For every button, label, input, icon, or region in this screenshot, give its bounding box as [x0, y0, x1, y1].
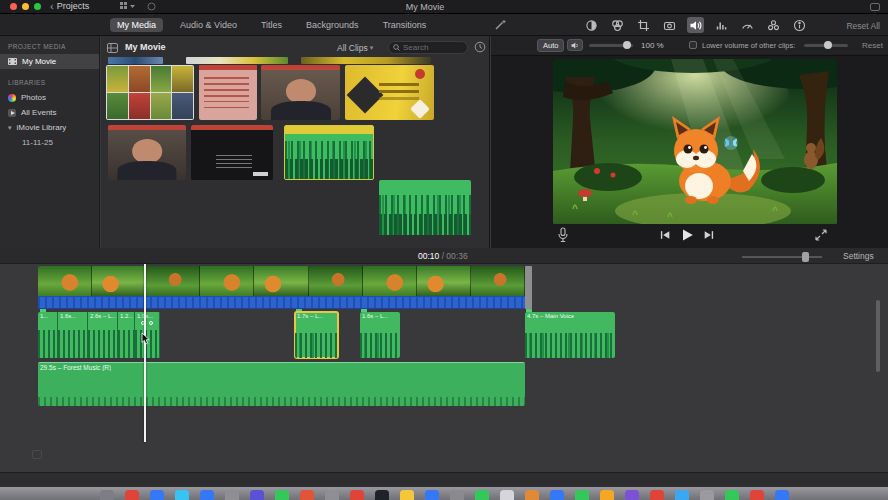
dock-app-icon[interactable]: [700, 490, 714, 500]
all-clips-filter[interactable]: All Clips ▾: [337, 43, 373, 53]
zoom-window-button[interactable]: [34, 3, 41, 10]
dock-app-icon[interactable]: [625, 490, 639, 500]
sidebar-item-library-date[interactable]: 11-11-25: [0, 135, 99, 150]
dock-app-icon[interactable]: [400, 490, 414, 500]
timeline-zoom-slider[interactable]: [742, 256, 822, 258]
info-icon[interactable]: [791, 17, 808, 33]
filmstrip-frame[interactable]: [92, 266, 146, 296]
filmstrip-frame[interactable]: [38, 266, 92, 296]
dock-app-icon[interactable]: [425, 490, 439, 500]
voiceover-mic-icon[interactable]: [557, 227, 569, 243]
dock-app-icon[interactable]: [250, 490, 264, 500]
previous-frame-button[interactable]: [659, 229, 671, 241]
audio-clip-segment[interactable]: 1.2...: [118, 312, 135, 358]
volume-slider[interactable]: [589, 44, 633, 47]
sidebar-item-photos[interactable]: Photos: [0, 90, 99, 105]
sidebar-item-imovie-library[interactable]: ▾ iMovie Library: [0, 120, 99, 135]
grid-options-icon[interactable]: [120, 2, 136, 11]
close-window-button[interactable]: [10, 3, 17, 10]
dock-app-icon[interactable]: [300, 490, 314, 500]
back-to-projects-button[interactable]: ‹ Projects: [50, 1, 89, 11]
dock-app-icon[interactable]: [525, 490, 539, 500]
sidebar-item-my-movie[interactable]: My Movie: [0, 54, 99, 69]
reset-all-button[interactable]: Reset All: [846, 21, 880, 31]
timeline-settings-button[interactable]: Settings: [843, 251, 874, 261]
thumbnail-strip[interactable]: [301, 57, 431, 64]
lower-volume-knob[interactable]: [824, 41, 832, 49]
media-thumbnail-audio-1[interactable]: [379, 180, 471, 235]
dock-app-icon[interactable]: [125, 490, 139, 500]
media-thumbnail-collage[interactable]: [106, 65, 194, 120]
timeline-scrollbar[interactable]: [876, 300, 880, 372]
media-view-icon[interactable]: [107, 43, 118, 53]
media-thumbnail-document[interactable]: [199, 65, 257, 120]
dock-app-icon[interactable]: [450, 490, 464, 500]
minimize-window-button[interactable]: [22, 3, 29, 10]
search-input[interactable]: [403, 43, 461, 52]
music-clip[interactable]: 29.5s – Forest Music (R): [38, 362, 525, 406]
timeline-zoom-knob[interactable]: [802, 252, 809, 262]
dock-app-icon[interactable]: [150, 490, 164, 500]
enhance-wand-icon[interactable]: [494, 18, 507, 31]
tab-titles[interactable]: Titles: [254, 18, 289, 32]
dock-app-icon[interactable]: [175, 490, 189, 500]
effects-icon[interactable]: [765, 17, 782, 33]
audio-clip[interactable]: 1.6s – L...: [360, 312, 400, 358]
dock-app-icon[interactable]: [750, 490, 764, 500]
dock-app-icon[interactable]: [500, 490, 514, 500]
next-frame-button[interactable]: [703, 229, 715, 241]
dock-app-icon[interactable]: [550, 490, 564, 500]
thumbnail-strip[interactable]: [108, 57, 163, 64]
color-correction-icon[interactable]: [609, 17, 626, 33]
filmstrip-frame[interactable]: [309, 266, 363, 296]
dock-app-icon[interactable]: [775, 490, 789, 500]
media-thumbnail-slide[interactable]: [345, 65, 434, 120]
auto-volume-button[interactable]: Auto: [537, 39, 564, 52]
toolbar-extra-icon[interactable]: [147, 2, 156, 11]
play-button[interactable]: [680, 228, 694, 242]
video-preview[interactable]: [553, 59, 837, 224]
volume-icon[interactable]: [687, 17, 704, 33]
sidebar-item-all-events[interactable]: All Events: [0, 105, 99, 120]
dock-app-icon[interactable]: [325, 490, 339, 500]
media-thumbnail-terminal[interactable]: [191, 125, 273, 180]
volume-slider-knob[interactable]: [623, 41, 631, 49]
reset-volume-button[interactable]: Reset: [862, 41, 883, 50]
attached-audio-bar[interactable]: [38, 296, 525, 309]
dock-app-icon[interactable]: [475, 490, 489, 500]
color-balance-icon[interactable]: [583, 17, 600, 33]
audio-clip-main-voice[interactable]: 4.7s – Main Voice: [525, 312, 615, 358]
filmstrip-frame[interactable]: [417, 266, 471, 296]
lower-volume-slider[interactable]: [804, 44, 848, 47]
audio-clip-selected[interactable]: 1.7s – L...: [295, 312, 338, 358]
search-field[interactable]: [388, 41, 468, 54]
window-resize-icon[interactable]: [870, 3, 880, 11]
dock-app-icon[interactable]: [725, 490, 739, 500]
tab-backgrounds[interactable]: Backgrounds: [299, 18, 366, 32]
audio-clip-segment[interactable]: 1...: [38, 312, 58, 358]
dock-app-icon[interactable]: [200, 490, 214, 500]
dock-app-icon[interactable]: [675, 490, 689, 500]
dock-app-icon[interactable]: [225, 490, 239, 500]
audio-clip-segment[interactable]: 1.6s...: [58, 312, 88, 358]
tab-my-media[interactable]: My Media: [110, 18, 163, 32]
filmstrip-frame[interactable]: [363, 266, 417, 296]
media-thumbnail-audio-marked[interactable]: [284, 125, 374, 180]
lower-volume-checkbox[interactable]: [689, 41, 697, 49]
filmstrip-frame[interactable]: [254, 266, 308, 296]
dock-app-icon[interactable]: [350, 490, 364, 500]
dock-app-icon[interactable]: [100, 490, 114, 500]
playhead[interactable]: [144, 264, 146, 442]
filmstrip-frame[interactable]: [471, 266, 525, 296]
crop-icon[interactable]: [635, 17, 652, 33]
audio-clip-segment[interactable]: 2.6s – L...: [88, 312, 118, 358]
dock-app-icon[interactable]: [375, 490, 389, 500]
media-thumbnail-webcam-2[interactable]: [108, 125, 186, 180]
filmstrip-frame[interactable]: [146, 266, 200, 296]
fullscreen-icon[interactable]: [814, 228, 828, 242]
filmstrip-frame[interactable]: [200, 266, 254, 296]
thumbnail-strip[interactable]: [186, 57, 288, 64]
speed-icon[interactable]: [739, 17, 756, 33]
clock-icon[interactable]: [474, 41, 486, 53]
tab-transitions[interactable]: Transitions: [376, 18, 434, 32]
